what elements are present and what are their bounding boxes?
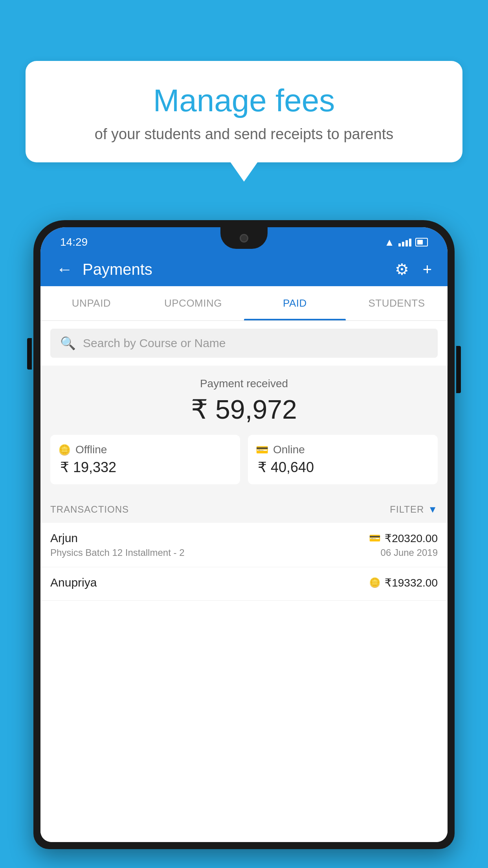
search-bar[interactable]: 🔍 Search by Course or Name: [50, 329, 438, 358]
bubble-subtitle: of your students and send receipts to pa…: [49, 126, 439, 143]
speech-bubble: Manage fees of your students and send re…: [26, 61, 462, 162]
tab-students[interactable]: STUDENTS: [346, 286, 448, 320]
transactions-header: TRANSACTIONS FILTER ▼: [40, 494, 448, 523]
online-card: 💳 Online ₹ 40,640: [248, 435, 438, 484]
payment-section: Payment received ₹ 59,972 🪙 Offline ₹ 19…: [40, 366, 448, 494]
phone-container: 14:29 ▲: [33, 220, 455, 868]
app-bar: ← Payments ⚙ +: [40, 252, 448, 286]
phone-notch: [220, 227, 268, 249]
tab-paid[interactable]: PAID: [244, 286, 346, 320]
offline-icon: 🪙: [58, 444, 71, 456]
bubble-title: Manage fees: [49, 83, 439, 119]
signal-icon: [398, 238, 411, 246]
tab-upcoming[interactable]: UPCOMING: [142, 286, 244, 320]
tabs: UNPAID UPCOMING PAID STUDENTS: [40, 286, 448, 321]
payment-type-icon: 💳: [369, 533, 381, 544]
phone-frame: 14:29 ▲: [33, 220, 455, 849]
search-container: 🔍 Search by Course or Name: [40, 321, 448, 366]
status-time: 14:29: [60, 236, 88, 248]
back-button[interactable]: ←: [56, 261, 73, 278]
payment-cards: 🪙 Offline ₹ 19,332 💳 Online ₹ 40,640: [50, 435, 438, 484]
filter-button[interactable]: FILTER ▼: [390, 504, 438, 515]
search-icon: 🔍: [60, 336, 76, 351]
payment-type-icon: 🪙: [369, 577, 381, 588]
transaction-item[interactable]: Arjun 💳 ₹20320.00 Physics Batch 12 Insta…: [40, 523, 448, 567]
wifi-icon: ▲: [384, 236, 394, 248]
app-bar-title: Payments: [83, 261, 395, 278]
transaction-item[interactable]: Anupriya 🪙 ₹19332.00: [40, 567, 448, 601]
offline-amount: ₹ 19,332: [58, 459, 116, 476]
offline-label: Offline: [75, 443, 107, 456]
filter-icon: ▼: [428, 504, 438, 515]
transaction-name: Anupriya: [50, 576, 97, 589]
add-icon[interactable]: +: [423, 261, 432, 278]
online-label: Online: [273, 443, 305, 456]
speech-bubble-section: Manage fees of your students and send re…: [26, 61, 462, 182]
offline-card: 🪙 Offline ₹ 19,332: [50, 435, 240, 484]
online-amount: ₹ 40,640: [256, 459, 314, 476]
transaction-amount: ₹19332.00: [385, 576, 438, 589]
transaction-name: Arjun: [50, 531, 78, 545]
payment-total-amount: ₹ 59,972: [50, 394, 438, 425]
app-bar-actions: ⚙ +: [395, 260, 432, 278]
speech-bubble-arrow: [230, 162, 258, 182]
phone-screen: 14:29 ▲: [40, 227, 448, 842]
transaction-detail: Physics Batch 12 Installment - 2: [50, 547, 184, 558]
online-icon: 💳: [256, 444, 268, 456]
battery-icon: [415, 238, 428, 246]
tab-unpaid[interactable]: UNPAID: [40, 286, 142, 320]
camera: [240, 234, 248, 243]
transaction-amount: ₹20320.00: [385, 532, 438, 545]
filter-label: FILTER: [390, 504, 424, 515]
payment-received-label: Payment received: [50, 377, 438, 390]
transactions-label: TRANSACTIONS: [50, 504, 129, 515]
status-icons: ▲: [384, 236, 428, 248]
transactions-list: Arjun 💳 ₹20320.00 Physics Batch 12 Insta…: [40, 523, 448, 842]
transaction-date: 06 June 2019: [381, 547, 438, 558]
settings-icon[interactable]: ⚙: [395, 260, 409, 278]
search-input[interactable]: Search by Course or Name: [83, 337, 226, 350]
